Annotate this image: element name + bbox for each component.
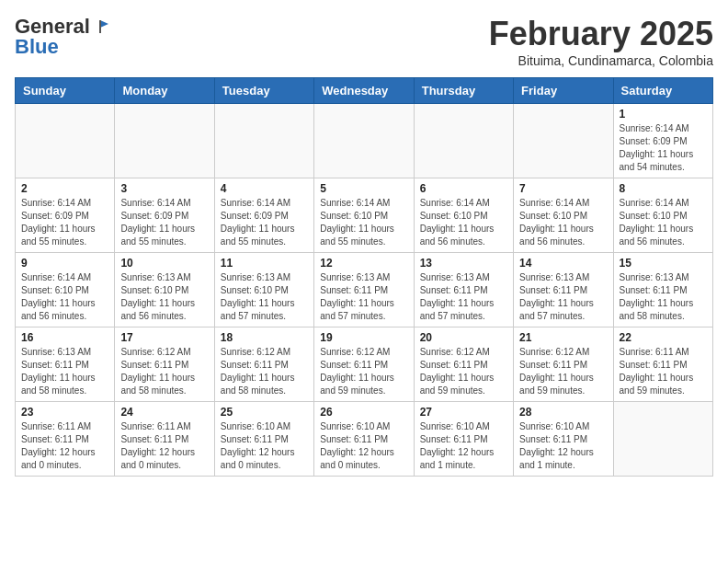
day-number: 13 xyxy=(420,257,507,270)
day-info: Sunrise: 6:14 AM Sunset: 6:10 PM Dayligh… xyxy=(519,197,607,248)
day-info: Sunrise: 6:12 AM Sunset: 6:11 PM Dayligh… xyxy=(519,346,607,397)
logo: General Blue xyxy=(15,15,108,59)
day-number: 6 xyxy=(420,182,507,195)
calendar-day-cell: 16Sunrise: 6:13 AM Sunset: 6:11 PM Dayli… xyxy=(16,327,115,402)
day-number: 15 xyxy=(620,257,707,270)
day-number: 10 xyxy=(120,257,208,270)
calendar-weekday-header: Wednesday xyxy=(314,78,414,104)
calendar-day-cell: 7Sunrise: 6:14 AM Sunset: 6:10 PM Daylig… xyxy=(514,178,613,253)
calendar-day-cell: 24Sunrise: 6:11 AM Sunset: 6:11 PM Dayli… xyxy=(115,402,214,477)
calendar-day-cell xyxy=(613,402,712,477)
svg-marker-0 xyxy=(100,20,108,28)
day-number: 25 xyxy=(221,406,308,419)
day-number: 27 xyxy=(420,406,507,419)
calendar-week-row: 2Sunrise: 6:14 AM Sunset: 6:09 PM Daylig… xyxy=(16,178,713,253)
calendar-day-cell: 18Sunrise: 6:12 AM Sunset: 6:11 PM Dayli… xyxy=(214,327,313,402)
calendar-day-cell: 12Sunrise: 6:13 AM Sunset: 6:11 PM Dayli… xyxy=(314,253,414,327)
day-number: 26 xyxy=(320,406,407,419)
day-info: Sunrise: 6:14 AM Sunset: 6:10 PM Dayligh… xyxy=(620,197,707,248)
calendar-day-cell xyxy=(214,104,313,178)
calendar-day-cell: 26Sunrise: 6:10 AM Sunset: 6:11 PM Dayli… xyxy=(314,402,414,477)
calendar-day-cell: 17Sunrise: 6:12 AM Sunset: 6:11 PM Dayli… xyxy=(115,327,214,402)
day-info: Sunrise: 6:14 AM Sunset: 6:09 PM Dayligh… xyxy=(120,197,208,248)
month-title: February 2025 xyxy=(489,15,713,53)
calendar-day-cell xyxy=(115,104,214,178)
calendar-week-row: 1Sunrise: 6:14 AM Sunset: 6:09 PM Daylig… xyxy=(16,104,713,178)
calendar-table: SundayMondayTuesdayWednesdayThursdayFrid… xyxy=(15,77,713,477)
calendar-day-cell: 21Sunrise: 6:12 AM Sunset: 6:11 PM Dayli… xyxy=(514,327,613,402)
calendar-day-cell xyxy=(16,104,115,178)
day-number: 2 xyxy=(21,182,108,195)
calendar-day-cell: 14Sunrise: 6:13 AM Sunset: 6:11 PM Dayli… xyxy=(514,253,613,327)
logo-flag-icon xyxy=(92,18,108,35)
day-number: 12 xyxy=(320,257,407,270)
day-info: Sunrise: 6:13 AM Sunset: 6:10 PM Dayligh… xyxy=(120,271,208,323)
title-block: February 2025 Bituima, Cundinamarca, Col… xyxy=(489,15,713,68)
calendar-day-cell: 23Sunrise: 6:11 AM Sunset: 6:11 PM Dayli… xyxy=(16,402,115,477)
day-info: Sunrise: 6:10 AM Sunset: 6:11 PM Dayligh… xyxy=(221,420,308,472)
calendar-header-row: SundayMondayTuesdayWednesdayThursdayFrid… xyxy=(16,78,713,104)
calendar-day-cell: 10Sunrise: 6:13 AM Sunset: 6:10 PM Dayli… xyxy=(115,253,214,327)
day-number: 18 xyxy=(221,331,308,344)
day-number: 4 xyxy=(221,182,308,195)
day-info: Sunrise: 6:13 AM Sunset: 6:11 PM Dayligh… xyxy=(21,346,108,397)
day-number: 5 xyxy=(320,182,407,195)
calendar-day-cell xyxy=(414,104,513,178)
calendar-day-cell: 19Sunrise: 6:12 AM Sunset: 6:11 PM Dayli… xyxy=(314,327,414,402)
calendar-day-cell: 8Sunrise: 6:14 AM Sunset: 6:10 PM Daylig… xyxy=(613,178,712,253)
svg-rect-1 xyxy=(99,20,101,33)
calendar-weekday-header: Sunday xyxy=(16,78,115,104)
calendar-day-cell: 1Sunrise: 6:14 AM Sunset: 6:09 PM Daylig… xyxy=(613,104,712,178)
calendar-day-cell: 20Sunrise: 6:12 AM Sunset: 6:11 PM Dayli… xyxy=(414,327,513,402)
day-info: Sunrise: 6:12 AM Sunset: 6:11 PM Dayligh… xyxy=(320,346,407,397)
day-info: Sunrise: 6:10 AM Sunset: 6:11 PM Dayligh… xyxy=(320,420,407,472)
day-number: 17 xyxy=(120,331,208,344)
calendar-day-cell: 22Sunrise: 6:11 AM Sunset: 6:11 PM Dayli… xyxy=(613,327,712,402)
day-info: Sunrise: 6:13 AM Sunset: 6:11 PM Dayligh… xyxy=(320,271,407,323)
day-info: Sunrise: 6:14 AM Sunset: 6:09 PM Dayligh… xyxy=(221,197,308,248)
calendar-week-row: 9Sunrise: 6:14 AM Sunset: 6:10 PM Daylig… xyxy=(16,253,713,327)
day-info: Sunrise: 6:10 AM Sunset: 6:11 PM Dayligh… xyxy=(519,420,607,472)
logo-blue-text: Blue xyxy=(15,35,59,59)
calendar-weekday-header: Saturday xyxy=(613,78,712,104)
calendar-day-cell: 25Sunrise: 6:10 AM Sunset: 6:11 PM Dayli… xyxy=(214,402,313,477)
calendar-day-cell: 27Sunrise: 6:10 AM Sunset: 6:11 PM Dayli… xyxy=(414,402,513,477)
day-info: Sunrise: 6:13 AM Sunset: 6:11 PM Dayligh… xyxy=(420,271,507,323)
day-number: 24 xyxy=(120,406,208,419)
day-info: Sunrise: 6:14 AM Sunset: 6:10 PM Dayligh… xyxy=(21,271,108,323)
day-info: Sunrise: 6:14 AM Sunset: 6:10 PM Dayligh… xyxy=(320,197,407,248)
calendar-day-cell: 2Sunrise: 6:14 AM Sunset: 6:09 PM Daylig… xyxy=(16,178,115,253)
day-number: 9 xyxy=(21,257,108,270)
day-number: 22 xyxy=(620,331,707,344)
day-number: 21 xyxy=(519,331,607,344)
calendar-day-cell: 6Sunrise: 6:14 AM Sunset: 6:10 PM Daylig… xyxy=(414,178,513,253)
calendar-day-cell: 28Sunrise: 6:10 AM Sunset: 6:11 PM Dayli… xyxy=(514,402,613,477)
day-number: 14 xyxy=(519,257,607,270)
page-header: General Blue February 2025 Bituima, Cund… xyxy=(15,15,713,68)
day-number: 8 xyxy=(620,182,707,195)
day-number: 20 xyxy=(420,331,507,344)
calendar-day-cell: 9Sunrise: 6:14 AM Sunset: 6:10 PM Daylig… xyxy=(16,253,115,327)
day-info: Sunrise: 6:13 AM Sunset: 6:10 PM Dayligh… xyxy=(221,271,308,323)
day-number: 19 xyxy=(320,331,407,344)
day-number: 16 xyxy=(21,331,108,344)
day-info: Sunrise: 6:12 AM Sunset: 6:11 PM Dayligh… xyxy=(120,346,208,397)
calendar-day-cell: 3Sunrise: 6:14 AM Sunset: 6:09 PM Daylig… xyxy=(115,178,214,253)
calendar-week-row: 16Sunrise: 6:13 AM Sunset: 6:11 PM Dayli… xyxy=(16,327,713,402)
calendar-weekday-header: Monday xyxy=(115,78,214,104)
calendar-day-cell: 11Sunrise: 6:13 AM Sunset: 6:10 PM Dayli… xyxy=(214,253,313,327)
calendar-day-cell xyxy=(314,104,414,178)
location-subtitle: Bituima, Cundinamarca, Colombia xyxy=(489,53,713,68)
day-info: Sunrise: 6:11 AM Sunset: 6:11 PM Dayligh… xyxy=(620,346,707,397)
day-info: Sunrise: 6:12 AM Sunset: 6:11 PM Dayligh… xyxy=(221,346,308,397)
calendar-weekday-header: Friday xyxy=(514,78,613,104)
day-info: Sunrise: 6:13 AM Sunset: 6:11 PM Dayligh… xyxy=(519,271,607,323)
day-number: 28 xyxy=(519,406,607,419)
day-info: Sunrise: 6:10 AM Sunset: 6:11 PM Dayligh… xyxy=(420,420,507,472)
day-info: Sunrise: 6:14 AM Sunset: 6:09 PM Dayligh… xyxy=(620,122,707,174)
day-number: 7 xyxy=(519,182,607,195)
calendar-day-cell xyxy=(514,104,613,178)
day-number: 11 xyxy=(221,257,308,270)
calendar-day-cell: 4Sunrise: 6:14 AM Sunset: 6:09 PM Daylig… xyxy=(214,178,313,253)
calendar-week-row: 23Sunrise: 6:11 AM Sunset: 6:11 PM Dayli… xyxy=(16,402,713,477)
